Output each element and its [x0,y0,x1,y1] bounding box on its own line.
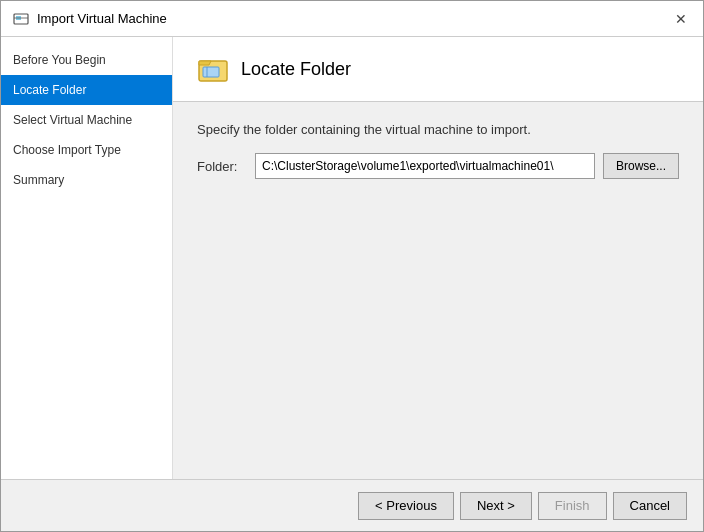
folder-input[interactable] [255,153,595,179]
title-bar-left: Import Virtual Machine [13,11,167,27]
sidebar-item-locate-folder[interactable]: Locate Folder [1,75,172,105]
dialog-icon [13,11,29,27]
cancel-button[interactable]: Cancel [613,492,687,520]
dialog-title: Import Virtual Machine [37,11,167,26]
title-bar: Import Virtual Machine ✕ [1,1,703,37]
description-text: Specify the folder containing the virtua… [197,122,679,137]
sidebar: Before You Begin Locate Folder Select Vi… [1,37,173,479]
folder-label: Folder: [197,159,247,174]
svg-rect-4 [203,67,219,77]
content-area: Before You Begin Locate Folder Select Vi… [1,37,703,479]
sidebar-item-select-virtual-machine[interactable]: Select Virtual Machine [1,105,172,135]
folder-row: Folder: Browse... [197,153,679,179]
import-virtual-machine-dialog: Import Virtual Machine ✕ Before You Begi… [0,0,704,532]
page-header: Locate Folder [173,37,703,102]
finish-button[interactable]: Finish [538,492,607,520]
sidebar-item-choose-import-type[interactable]: Choose Import Type [1,135,172,165]
sidebar-item-before-you-begin[interactable]: Before You Begin [1,45,172,75]
page-header-icon [197,53,229,85]
next-button[interactable]: Next > [460,492,532,520]
page-title: Locate Folder [241,59,351,80]
browse-button[interactable]: Browse... [603,153,679,179]
footer: < Previous Next > Finish Cancel [1,479,703,531]
locate-folder-icon [197,53,229,85]
main-panel: Locate Folder Specify the folder contain… [173,37,703,479]
previous-button[interactable]: < Previous [358,492,454,520]
close-button[interactable]: ✕ [671,9,691,29]
sidebar-item-summary[interactable]: Summary [1,165,172,195]
